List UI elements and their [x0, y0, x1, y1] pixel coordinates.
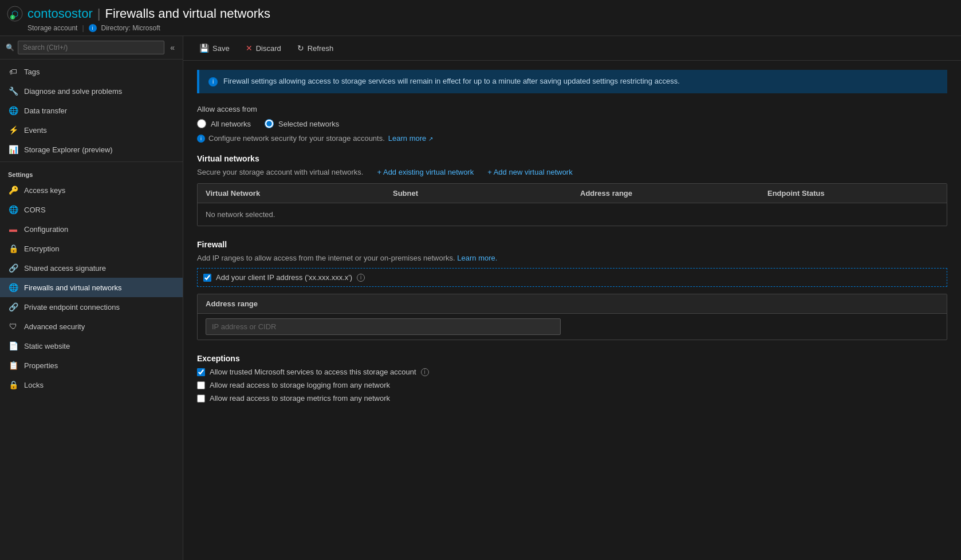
sidebar-item-static-website[interactable]: 📄 Static website [0, 336, 183, 356]
firewalls-icon: 🌐 [8, 282, 18, 293]
sidebar-label-events: Events [24, 126, 47, 135]
save-icon: 💾 [199, 44, 209, 53]
firewall-desc: Add IP ranges to allow access from the i… [197, 254, 947, 262]
sidebar-label-datatransfer: Data transfer [24, 107, 67, 115]
sidebar-item-shared-access[interactable]: 🔗 Shared access signature [0, 258, 183, 278]
toolbar: 💾 Save ✕ Discard ↻ Refresh [183, 36, 961, 61]
sidebar-item-diagnose[interactable]: 🔧 Diagnose and solve problems [0, 81, 183, 101]
sidebar-label-firewalls: Firewalls and virtual networks [24, 283, 122, 292]
sidebar-item-tags[interactable]: 🏷 Tags [0, 62, 183, 81]
vnet-col-address-range: Address range [572, 184, 759, 203]
virtual-networks-section: Virtual networks Secure your storage acc… [197, 154, 947, 226]
read-logging-checkbox[interactable] [197, 381, 205, 389]
firewall-title: Firewall [197, 240, 947, 249]
sidebar-item-properties[interactable]: 📋 Properties [0, 356, 183, 375]
sidebar-label-private-endpoint: Private endpoint connections [24, 303, 120, 311]
radio-all-networks-input[interactable] [197, 119, 206, 128]
storage-account-icon: ⬡ ! [7, 6, 23, 22]
sidebar-item-advanced-security[interactable]: 🛡 Advanced security [0, 317, 183, 336]
title-separator: | [97, 6, 101, 21]
learn-more-link-access[interactable]: Learn more ↗ [388, 134, 433, 143]
collapse-sidebar-button[interactable]: « [168, 42, 177, 53]
sidebar-label-advanced-security: Advanced security [24, 322, 85, 331]
account-name: contosostor [27, 6, 93, 21]
sidebar-item-configuration[interactable]: ▬ Configuration [0, 219, 183, 239]
shared-access-icon: 🔗 [8, 263, 18, 273]
datatransfer-icon: 🌐 [8, 105, 18, 116]
sidebar-label-diagnose: Diagnose and solve problems [24, 87, 122, 96]
read-metrics-checkbox[interactable] [197, 395, 205, 403]
radio-selected-networks-label: Selected networks [278, 120, 339, 128]
sidebar-item-cors[interactable]: 🌐 CORS [0, 200, 183, 219]
trusted-ms-checkbox[interactable] [197, 368, 205, 376]
settings-section-header: Settings [0, 164, 183, 180]
sidebar-item-locks[interactable]: 🔒 Locks [0, 375, 183, 395]
sidebar-label-cors: CORS [24, 206, 46, 214]
ip-address-input[interactable] [206, 318, 561, 335]
radio-selected-networks-input[interactable] [265, 119, 274, 128]
client-ip-info-icon[interactable]: i [357, 274, 365, 282]
info-banner-icon: i [208, 77, 218, 86]
sidebar-label-static-website: Static website [24, 342, 70, 350]
discard-icon: ✕ [246, 44, 253, 53]
page-content: i Firewall settings allowing access to s… [183, 61, 961, 560]
allow-access-section: Allow access from All networks Selected … [197, 105, 947, 143]
sidebar-item-events[interactable]: ⚡ Events [0, 120, 183, 140]
exception-trusted-ms: Allow trusted Microsoft services to acce… [197, 368, 947, 376]
breadcrumb-pipe: | [82, 24, 84, 32]
read-logging-label: Allow read access to storage logging fro… [210, 381, 390, 389]
radio-selected-networks[interactable]: Selected networks [265, 119, 339, 128]
sidebar-label-shared-access: Shared access signature [24, 264, 106, 273]
external-link-icon: ↗ [428, 136, 433, 142]
address-range-header: Address range [198, 294, 947, 314]
save-button[interactable]: 💾 Save [192, 41, 237, 56]
vnet-table: Virtual Network Subnet Address range End… [197, 183, 947, 226]
add-existing-vnet-link[interactable]: + Add existing virtual network [377, 168, 474, 176]
breadcrumb-storage: Storage account [27, 24, 77, 32]
sidebar-item-firewalls[interactable]: 🌐 Firewalls and virtual networks [0, 278, 183, 297]
vnet-header: Secure your storage account with virtual… [197, 168, 947, 176]
breadcrumb-dir: Directory: Microsoft [101, 24, 160, 32]
sidebar-label-configuration: Configuration [24, 225, 68, 234]
trusted-ms-label: Allow trusted Microsoft services to acce… [210, 368, 416, 376]
client-ip-checkbox-row[interactable]: Add your client IP address ('xx.xxx.xxx.… [197, 268, 947, 287]
sidebar-label-encryption: Encryption [24, 244, 59, 253]
address-range-table: Address range [197, 294, 947, 340]
sidebar-item-storage-explorer[interactable]: 📊 Storage Explorer (preview) [0, 140, 183, 159]
virtual-networks-title: Virtual networks [197, 154, 947, 163]
client-ip-checkbox[interactable] [203, 274, 211, 282]
refresh-button[interactable]: ↻ Refresh [290, 41, 341, 56]
sidebar-item-access-keys[interactable]: 🔑 Access keys [0, 180, 183, 200]
breadcrumb-dir-info-icon: i [89, 24, 97, 32]
svg-text:!: ! [12, 15, 13, 19]
properties-icon: 📋 [8, 360, 18, 370]
exception-read-logging: Allow read access to storage logging fro… [197, 381, 947, 389]
save-label: Save [212, 44, 230, 53]
discard-label: Discard [256, 44, 281, 53]
search-icon: 🔍 [6, 44, 14, 52]
configure-text: Configure network security for your stor… [208, 134, 385, 143]
firewall-learn-more-link[interactable]: Learn more. [457, 254, 497, 262]
static-website-icon: 📄 [8, 341, 18, 351]
exception-read-metrics: Allow read access to storage metrics fro… [197, 394, 947, 403]
ip-input-row [198, 314, 947, 340]
sidebar-label-properties: Properties [24, 361, 58, 370]
encryption-icon: 🔒 [8, 243, 18, 254]
sidebar-nav: 🏷 Tags 🔧 Diagnose and solve problems 🌐 D… [0, 60, 183, 560]
sidebar-item-encryption[interactable]: 🔒 Encryption [0, 239, 183, 258]
address-range-col-extra [572, 294, 947, 313]
radio-all-networks[interactable]: All networks [197, 119, 251, 128]
sidebar-item-private-endpoint[interactable]: 🔗 Private endpoint connections [0, 297, 183, 317]
info-banner: i Firewall settings allowing access to s… [197, 70, 947, 93]
discard-button[interactable]: ✕ Discard [239, 41, 288, 56]
events-icon: ⚡ [8, 125, 18, 135]
search-input[interactable] [18, 41, 164, 54]
add-new-vnet-link[interactable]: + Add new virtual network [487, 168, 573, 176]
access-keys-icon: 🔑 [8, 185, 18, 195]
no-network-message: No network selected. [198, 203, 947, 226]
page-title: Firewalls and virtual networks [105, 6, 270, 21]
sidebar-item-datatransfer[interactable]: 🌐 Data transfer [0, 101, 183, 120]
address-range-col-range: Address range [198, 294, 572, 313]
trusted-ms-info-icon[interactable]: i [421, 368, 429, 376]
configure-info-icon: i [197, 135, 205, 143]
